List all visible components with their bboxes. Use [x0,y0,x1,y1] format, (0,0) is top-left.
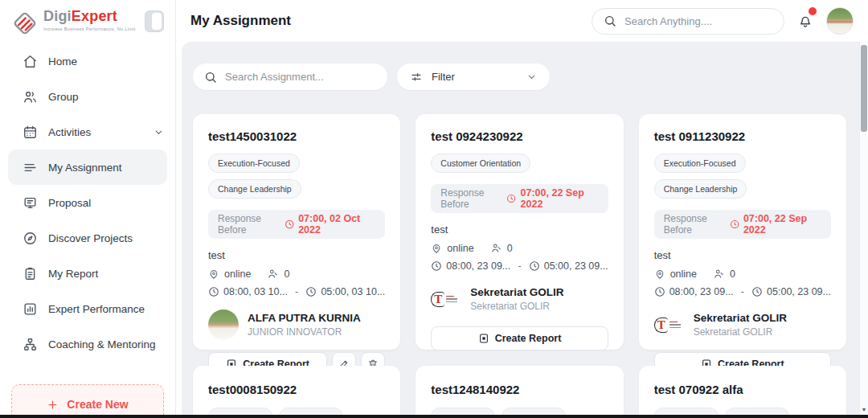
sidebar-item-my-report[interactable]: My Report [0,256,175,291]
start-time: 08:00, 23 09... [669,286,734,297]
response-before-bar: Response Before 07:00, 22 Sep 2022 [654,210,831,239]
scrollbar-thumb[interactable] [861,45,867,132]
sliders-icon [410,71,423,84]
owner-name: Sekretariat GOLIR [470,286,563,298]
clock-icon [529,260,540,272]
competency-tag: Change Leadership [208,179,301,199]
global-search-input[interactable] [624,15,772,27]
response-deadline: 07:00, 22 Sep 2022 [743,213,821,236]
end-time: 05:00, 23 09... [767,286,831,297]
competency-tag: Change Leadership [654,179,747,199]
location-value: online [224,268,251,280]
response-before-label: Response Before [440,187,506,210]
notifications-button[interactable] [797,13,813,29]
owner-name: Sekretariat GOLIR [694,312,787,324]
location-pin-icon [208,268,219,280]
owner-name: ALFA PUTRA KURNIA [248,312,361,324]
location-value: online [670,268,697,280]
sidebar-item-my-assignment[interactable]: My Assignment [8,150,167,185]
brand-name-gray: Digi [43,8,72,24]
assignment-search[interactable] [193,64,387,90]
user-avatar[interactable] [826,7,854,35]
time-separator: - [734,286,751,297]
top-header: My Assignment [176,0,868,42]
assignment-card: test0008150922 [193,366,400,418]
clock-icon [431,260,442,272]
participants-count: 0 [284,268,289,280]
assignment-search-input[interactable] [225,71,376,83]
chevron-down-icon [526,72,537,82]
assignment-card: test 0924230922 Customer Orientation Res… [416,114,623,350]
owner-avatar [208,309,239,340]
search-icon [204,71,217,84]
participants-count: 0 [730,268,735,280]
digiexpert-logo-icon [11,10,39,37]
sidebar: DigiExpert Increase Business Performance… [0,0,176,418]
sidebar-item-discover-projects[interactable]: Discover Projects [0,220,175,256]
sidebar-item-label: Coaching & Mentoring [48,338,156,350]
response-before-bar: Response Before 07:00, 02 Oct 2022 [208,210,385,239]
clock-icon [208,286,219,297]
proposal-board-icon [23,195,38,211]
assignment-description: test [431,223,608,236]
report-icon [478,333,489,344]
filter-dropdown[interactable]: Filter [397,64,550,90]
group-icon [23,89,38,104]
clipboard-icon [23,266,38,281]
assignment-description: test [654,249,831,261]
competency-tag: Execution-Focused [208,154,300,173]
scrollbar-down-arrow[interactable]: ▼ [860,407,868,412]
sidebar-item-label: Expert Performance [48,303,145,315]
participants-count: 0 [507,243,513,254]
participants-icon [267,268,279,280]
sidebar-item-label: Home [48,55,77,68]
owner-role: Sekretariat GOLIR [694,326,787,338]
assignment-card: test1248140922 [416,366,623,418]
start-time: 08:00, 03 10... [223,286,288,297]
sidebar-item-label: Proposal [48,197,91,209]
sidebar-item-activities[interactable]: Activities [0,114,175,150]
assignment-title: test1450031022 [208,129,385,143]
sidebar-item-home[interactable]: Home [0,43,175,79]
assignment-list-icon [23,160,38,175]
sidebar-collapse-toggle[interactable] [145,10,164,32]
clock-icon [730,219,739,230]
end-time: 05:00, 03 10... [321,286,385,297]
assignment-title: test 0924230922 [431,129,608,143]
sidebar-item-proposal[interactable]: Proposal [0,185,175,220]
response-before-bar: Response Before 07:00, 22 Sep 2022 [431,184,608,213]
assignment-title: test 070922 alfa [654,383,831,396]
response-deadline: 07:00, 22 Sep 2022 [521,187,599,210]
sidebar-item-label: Discover Projects [48,232,133,244]
sidebar-item-label: My Assignment [48,162,122,174]
sidebar-item-group[interactable]: Group [0,79,175,114]
search-icon [604,14,616,27]
time-separator: - [510,260,528,272]
competency-tag: Execution-Focused [654,154,746,173]
assignment-card: test1450031022 Execution-Focused Change … [193,114,400,350]
home-icon [23,54,38,69]
clock-icon [506,193,516,204]
time-separator: - [288,286,305,297]
sidebar-item-expert-performance[interactable]: Expert Performance [0,291,175,326]
assignment-toolbar: Filter [193,64,846,90]
owner-logo: T [431,284,461,314]
location-value: online [447,243,473,254]
brand-tagline: Increase Business Performance, No Limit [43,27,145,31]
vertical-scrollbar[interactable]: ▼ [859,42,868,418]
assignment-title: test 0911230922 [654,129,831,143]
end-time: 05:00, 23 09... [544,260,608,272]
sidebar-item-label: Group [48,91,79,103]
create-new-label: Create New [67,398,128,411]
create-report-button[interactable]: Create Report [431,326,608,350]
bar-chart-icon [23,301,38,317]
chevron-down-icon [154,127,164,137]
bell-icon [797,13,813,29]
owner-logo: T [654,309,685,340]
start-time: 08:00, 23 09... [446,260,510,272]
create-new-button[interactable]: Create New [11,384,164,418]
owner-role: JUNIOR INNOVATOR [248,326,361,338]
sidebar-item-coaching-mentoring[interactable]: Coaching & Mentoring [0,326,175,362]
global-search[interactable] [592,8,784,35]
hierarchy-icon [23,337,38,352]
